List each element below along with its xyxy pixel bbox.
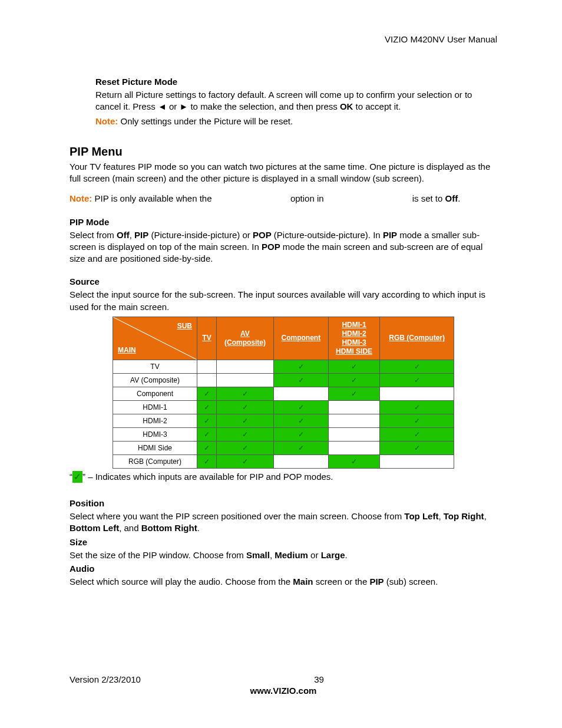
available-cell: ✓ [217, 427, 274, 441]
check-icon: ✓ [414, 376, 420, 384]
check-icon: ✓ [298, 403, 304, 411]
pip-menu-heading: PIP Menu [70, 145, 497, 159]
size-heading: Size [70, 537, 497, 547]
text: . [197, 523, 200, 533]
option-pip: PIP [369, 577, 384, 587]
available-cell: ✓ [380, 441, 454, 454]
check-icon: ✓ [414, 444, 420, 452]
column-label: AV(Composite) [224, 330, 266, 347]
option-large: Large [321, 550, 345, 560]
audio-body: Select which source will play the audio.… [70, 576, 497, 588]
off-label: Off [445, 193, 458, 203]
available-cell: ✓ [273, 360, 328, 373]
option-bottom-left: Bottom Left [70, 523, 119, 533]
document-header: VIZIO M420NV User Manual [385, 34, 497, 44]
option-bottom-right: Bottom Right [141, 523, 197, 533]
check-icon: ✓ [242, 390, 248, 398]
text: ” – Indicates which inputs are available… [82, 472, 333, 482]
pip-menu-note: Note: PIP is only available when the opt… [70, 193, 497, 205]
check-icon: ✓ [242, 403, 248, 411]
unavailable-cell [328, 414, 380, 427]
table-row: TV✓✓✓ [113, 360, 454, 373]
check-icon: ✓ [298, 417, 304, 425]
available-cell: ✓ [197, 441, 217, 454]
available-cell: ✓ [197, 400, 217, 414]
check-icon: ✓ [204, 457, 210, 466]
column-label: RGB (Computer) [389, 334, 445, 342]
check-icon: ✓ [204, 390, 210, 398]
note-label: Note: [95, 116, 118, 126]
ok-label: OK [340, 101, 353, 111]
unavailable-cell [273, 454, 328, 468]
text: , [438, 511, 443, 521]
option-top-left: Top Left [404, 511, 438, 521]
note-label: Note: [70, 193, 92, 203]
table-row: HDMI-3✓✓✓✓ [113, 427, 454, 441]
table-column-header: TV [197, 317, 217, 360]
available-cell: ✓ [328, 387, 380, 400]
unavailable-cell [273, 387, 328, 400]
reset-body: Return all Picture settings to factory d… [70, 89, 497, 113]
column-label: TV [202, 334, 211, 342]
available-cell: ✓ [197, 387, 217, 400]
text: or [308, 550, 321, 560]
check-icon: ✓ [204, 403, 210, 411]
check-icon: ✓ [298, 363, 304, 371]
check-icon: ✓ [414, 430, 420, 439]
option-medium: Medium [275, 550, 308, 560]
position-heading: Position [70, 498, 497, 508]
available-cell: ✓ [197, 414, 217, 427]
option-main: Main [293, 577, 313, 587]
table-row: AV (Composite)✓✓✓ [113, 373, 454, 387]
row-label: HDMI-3 [113, 427, 197, 441]
pip-label: PIP [134, 230, 148, 240]
arrow-right-icon: ► [179, 101, 188, 111]
table-row: HDMI Side✓✓✓✓ [113, 441, 454, 454]
page-content: Reset Picture Mode Return all Picture se… [70, 77, 497, 588]
table-header-row: SUB MAIN TVAV(Composite)ComponentHDMI-1H… [113, 317, 454, 360]
text: , and [119, 523, 141, 533]
available-cell: ✓ [273, 427, 328, 441]
text: . [458, 193, 460, 203]
available-cell: ✓ [217, 441, 274, 454]
text: Select where you want the PIP screen pos… [70, 511, 404, 521]
pip-mode-body: Select from Off, PIP (Picture-inside-pic… [70, 229, 497, 265]
check-icon: ✓ [242, 444, 248, 452]
source-heading: Source [70, 276, 497, 286]
table-row: HDMI-2✓✓✓✓ [113, 414, 454, 427]
pip-mode-heading: PIP Mode [70, 217, 497, 227]
check-icon: ✓ [298, 376, 304, 384]
audio-heading: Audio [70, 564, 497, 574]
row-label: RGB (Computer) [113, 454, 197, 468]
unavailable-cell [380, 387, 454, 400]
available-cell: ✓ [380, 414, 454, 427]
available-cell: ✓ [273, 400, 328, 414]
check-icon: ✓ [414, 403, 420, 411]
sub-label: SUB [177, 322, 192, 331]
row-label: HDMI Side [113, 441, 197, 454]
check-icon: ✓ [414, 417, 420, 425]
check-icon: ✓ [351, 390, 357, 398]
unavailable-cell [328, 441, 380, 454]
row-label: TV [113, 360, 197, 373]
available-cell: ✓ [380, 400, 454, 414]
reset-heading: Reset Picture Mode [70, 77, 497, 87]
arrow-left-icon: ◄ [158, 101, 167, 111]
text: (sub) screen. [384, 577, 438, 587]
available-cell: ✓ [197, 454, 217, 468]
reset-note: Note: Only settings under the Picture wi… [70, 116, 497, 127]
text: , [130, 230, 134, 240]
unavailable-cell [380, 454, 454, 468]
available-cell: ✓ [217, 400, 274, 414]
text: or [167, 101, 180, 111]
pip-menu-intro: Your TV features PIP mode so you can wat… [70, 161, 497, 185]
text: PIP is only available when the [92, 193, 214, 203]
version-label: Version 2/23/2010 [70, 674, 141, 684]
position-body: Select where you want the PIP screen pos… [70, 510, 497, 535]
available-cell: ✓ [328, 360, 380, 373]
table-column-header: AV(Composite) [217, 317, 274, 360]
website-url: www.VIZIO.com [70, 686, 497, 696]
text: (Picture-outside-picture). In [272, 230, 383, 240]
text: is set to [409, 193, 445, 203]
table-row: HDMI-1✓✓✓✓ [113, 400, 454, 414]
